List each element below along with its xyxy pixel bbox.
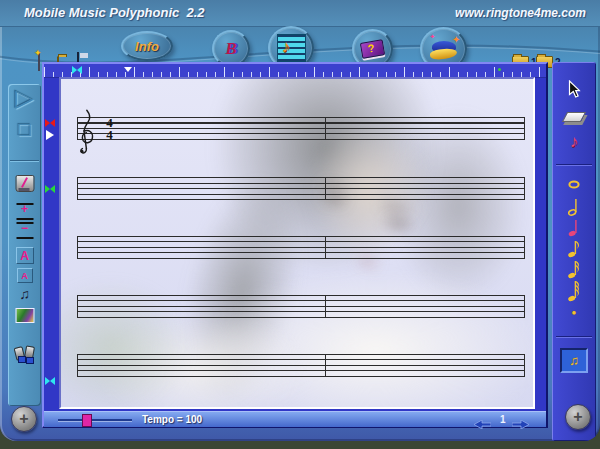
pointer-tool-button[interactable] [568, 80, 581, 98]
play-button[interactable]: ▷ [15, 84, 33, 112]
staff-row-4[interactable] [77, 295, 525, 318]
barline [325, 177, 326, 200]
staff-note-icon: ♪ [277, 34, 306, 62]
page-number: 1 [500, 414, 506, 425]
metronome-icon [15, 175, 34, 192]
barline [325, 354, 326, 377]
status-bar: Tempo = 100 1 [44, 411, 546, 427]
eraser-icon [562, 112, 586, 122]
eighth-note-icon [568, 238, 581, 258]
quarter-note-button[interactable] [568, 217, 580, 237]
insert-measure-icon: + [16, 203, 33, 220]
dotted-note-button[interactable]: ● [572, 308, 577, 317]
info-button[interactable]: Info [121, 31, 173, 61]
staff-row-3[interactable] [77, 236, 525, 259]
red-staff-marker[interactable] [45, 119, 55, 127]
left-toolbar: ▷ □ + − A A ♫ [8, 84, 41, 406]
cyan-staff-marker[interactable] [45, 377, 55, 385]
staff-row-5[interactable] [77, 354, 525, 377]
toolbar-divider [556, 336, 592, 338]
app-title: Mobile Music Polyphonic 2.2 [24, 5, 205, 20]
quarter-note-icon [568, 217, 580, 237]
thirty-second-note-icon [568, 280, 581, 302]
website-link[interactable]: www.ringtone4me.com [455, 6, 586, 20]
half-note-icon [568, 196, 580, 216]
right-toolbar: ♪ [552, 62, 596, 441]
measure-ruler[interactable] [44, 64, 546, 78]
barline [325, 117, 326, 140]
time-signature-denominator: 4 [102, 129, 117, 141]
remove-measure-button[interactable]: − [16, 222, 33, 239]
title-bar: Mobile Music Polyphonic 2.2 www.ringtone… [0, 0, 600, 27]
whole-note-icon [568, 180, 580, 189]
tempo-label: Tempo = 100 [142, 414, 202, 425]
web-globe-icon: ✦✦ [429, 38, 459, 60]
arrow-right-icon [512, 420, 529, 429]
small-text-button[interactable]: A [17, 268, 33, 283]
score-frame: 4 4 Tempo = 100 1 [42, 62, 548, 428]
instruments-button[interactable] [13, 346, 37, 363]
ruler-position-marker[interactable] [72, 66, 82, 74]
info-button-label: Info [135, 39, 159, 54]
screw-icon: + [565, 404, 591, 430]
insert-measure-button[interactable]: + [16, 203, 33, 220]
score-canvas[interactable]: 4 4 [59, 77, 535, 409]
barline [325, 295, 326, 318]
previous-page-button[interactable] [474, 415, 491, 433]
current-staff-marker[interactable] [46, 130, 54, 140]
staff-row-2[interactable] [77, 177, 525, 200]
help-book-icon: ? [360, 39, 385, 59]
toolbar-divider [10, 160, 39, 162]
eraser-tool-button[interactable] [565, 112, 584, 122]
large-text-button[interactable]: A [16, 247, 34, 264]
green-staff-marker[interactable] [45, 185, 55, 193]
staff-row-1[interactable] [77, 117, 525, 140]
instruments-icon [13, 346, 37, 363]
notes-button[interactable]: ♫ [19, 286, 30, 302]
half-note-button[interactable] [568, 196, 580, 216]
treble-clef-icon [78, 103, 94, 159]
ruler-cursor-marker[interactable] [124, 67, 132, 72]
new-file-button[interactable]: ✦ [38, 53, 40, 71]
screw-icon: + [11, 406, 37, 432]
pointer-arrow-icon [568, 80, 581, 98]
staff-marker-strip [44, 78, 60, 409]
tempo-slider[interactable] [58, 419, 132, 421]
next-page-button[interactable] [512, 415, 529, 433]
toolbar-divider [556, 164, 592, 166]
ruler-end-marker[interactable] [498, 68, 501, 71]
whole-note-button[interactable] [568, 180, 580, 189]
time-signature: 4 4 [102, 117, 117, 140]
remove-measure-icon: − [16, 222, 33, 239]
triplet-button[interactable]: ♫ [560, 348, 588, 373]
arrow-left-icon [474, 420, 491, 429]
thirty-second-note-button[interactable] [568, 280, 581, 302]
new-file-icon: ✦ [38, 52, 40, 71]
background-picture-button[interactable] [15, 308, 34, 323]
picture-icon [15, 308, 34, 323]
eighth-note-button[interactable] [568, 238, 581, 258]
note-entry-tool-button[interactable]: ♪ [570, 132, 579, 152]
metronome-button[interactable] [15, 175, 34, 192]
sixteenth-note-button[interactable] [568, 259, 581, 279]
b-glyph-icon: B [225, 39, 236, 59]
tempo-slider-handle[interactable] [82, 414, 92, 427]
barline [325, 236, 326, 259]
sixteenth-note-icon [568, 259, 581, 279]
stop-button[interactable]: □ [18, 118, 30, 141]
app-window: Mobile Music Polyphonic 2.2 www.ringtone… [0, 0, 600, 441]
